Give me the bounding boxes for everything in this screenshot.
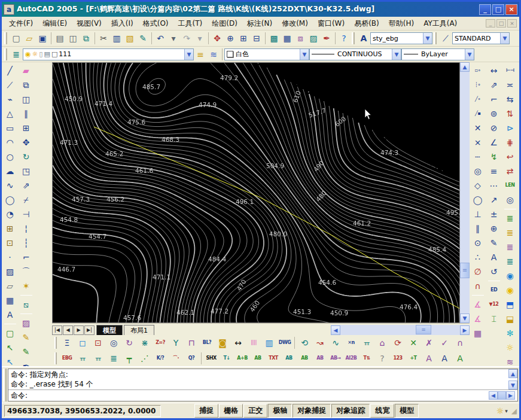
ebg-k-query-icon[interactable]: K/? bbox=[153, 352, 168, 365]
maximize-button[interactable]: □ bbox=[492, 4, 504, 15]
snap-intersection-icon[interactable]: ✕ bbox=[471, 121, 485, 135]
dim-continue-icon[interactable]: ⋯ bbox=[487, 178, 501, 193]
ebg-box-height-icon[interactable]: ◻ bbox=[75, 336, 90, 349]
select-similar-icon[interactable]: ↖ bbox=[3, 355, 17, 366]
snap-perpendicular-icon[interactable]: ⊥ bbox=[471, 207, 485, 221]
a-hatch-2-icon[interactable]: A bbox=[437, 352, 452, 365]
vertical-scrollbar[interactable]: ▲ ▼ bbox=[460, 62, 470, 323]
dim-tolerance-icon[interactable]: ± bbox=[487, 207, 501, 221]
tab-prev-button[interactable]: ◀ bbox=[63, 325, 73, 335]
dim-baseline-icon[interactable]: ≡ bbox=[487, 164, 501, 178]
tab-layout1[interactable]: 布局1 bbox=[124, 325, 154, 335]
snap-tangent-icon[interactable]: ◯ bbox=[471, 193, 485, 207]
make-object-layer-current-icon[interactable]: ≡ bbox=[194, 48, 207, 61]
dim-offset-ties-icon[interactable]: ⇆ bbox=[503, 92, 517, 106]
color-combo[interactable]: 白色 ▼ bbox=[224, 48, 309, 60]
command-window-grip[interactable] bbox=[3, 369, 7, 401]
stake-text-icon[interactable]: ⌶ bbox=[487, 312, 501, 326]
ebg-cross-icon[interactable]: ✗ bbox=[421, 336, 437, 349]
ebg-lock-dwg-icon[interactable]: DWG bbox=[277, 336, 293, 349]
quick-leader-icon[interactable]: ↗ bbox=[487, 193, 501, 207]
snap-node-icon[interactable]: ⊙ bbox=[471, 236, 485, 250]
ebg-piers-icon[interactable]: ╥╥ bbox=[359, 336, 374, 349]
ellipse-icon[interactable]: ◯ bbox=[3, 193, 17, 207]
redo-icon[interactable]: ↷ bbox=[180, 32, 193, 45]
multiline-text-icon[interactable]: A bbox=[3, 308, 17, 322]
layers-state-icon[interactable]: ≋ bbox=[503, 355, 517, 366]
communication-center-icon[interactable]: ☼ bbox=[496, 406, 504, 416]
layer-pick-icon[interactable]: ≣ bbox=[503, 240, 517, 254]
dim-angular-icon[interactable]: ∠ bbox=[487, 135, 501, 150]
toolbar-grip[interactable] bbox=[4, 48, 7, 60]
ebg-donut-icon[interactable]: ◎ bbox=[106, 336, 121, 349]
rotate-icon[interactable]: ↻ bbox=[19, 150, 33, 164]
mdi-restore-button[interactable]: □ bbox=[496, 19, 506, 28]
undo-icon[interactable]: ↶ bbox=[154, 32, 167, 45]
pan-realtime-icon[interactable]: ✥ bbox=[211, 32, 224, 45]
tab-first-button[interactable]: |◀ bbox=[52, 325, 62, 335]
layer-combo[interactable]: ◉☼▯▤□ 111 ▼ bbox=[23, 48, 194, 60]
bulb-blue-icon[interactable]: ◉ bbox=[503, 269, 517, 283]
dim-center-mark-icon[interactable]: ⊕ bbox=[487, 221, 501, 236]
ab-split-icon[interactable]: AB bbox=[250, 352, 266, 365]
layer-wand-icon[interactable]: ≣ bbox=[503, 254, 517, 269]
lineweight-combo[interactable]: ByLayer ▼ bbox=[401, 48, 474, 60]
ebg-box-scale-icon[interactable]: ⊡ bbox=[90, 336, 106, 349]
contour-map-canvas[interactable] bbox=[53, 63, 460, 323]
publish-icon[interactable]: ⧉ bbox=[80, 32, 93, 45]
ebg-red-curve-icon[interactable]: ↝ bbox=[312, 336, 328, 349]
menu-item-view[interactable]: 视图(V) bbox=[72, 17, 106, 30]
command-scroll-right-icon[interactable]: ▶ bbox=[506, 391, 515, 400]
dim-move-icon[interactable]: ⇄ bbox=[503, 164, 517, 178]
close-button[interactable]: × bbox=[505, 4, 517, 15]
edit-attribute-icon[interactable]: ✒ bbox=[19, 359, 33, 366]
insert-block-icon[interactable]: ⊞ bbox=[3, 221, 17, 236]
lock-layer-icon[interactable]: ⬒ bbox=[503, 297, 517, 312]
scroll-up-icon[interactable]: ▲ bbox=[460, 62, 470, 72]
quick-dimension-icon[interactable]: ↯ bbox=[487, 150, 501, 164]
copy-clip-icon[interactable]: ▥ bbox=[110, 32, 123, 45]
snap-from-icon[interactable]: ▫∘ bbox=[471, 63, 485, 78]
arc-icon[interactable]: ◠ bbox=[3, 135, 17, 150]
attach-ed-icon[interactable]: ED bbox=[487, 283, 501, 297]
command-scroll-down-icon[interactable]: ▼ bbox=[508, 381, 517, 389]
select-window-icon[interactable]: ▢ bbox=[3, 326, 17, 340]
snap-endpoint-icon[interactable]: ╱∘ bbox=[471, 92, 485, 106]
designcenter-icon[interactable]: ▦ bbox=[281, 32, 294, 45]
snap-apparent-intersection-icon[interactable]: ⨯ bbox=[471, 135, 485, 150]
ebg-xml-icon[interactable]: EBG bbox=[59, 352, 75, 365]
hatch-icon[interactable]: ▨ bbox=[3, 264, 17, 279]
dim-edit-icon[interactable]: ✎ bbox=[487, 236, 501, 250]
ab-copy-icon[interactable]: AB bbox=[297, 352, 312, 365]
zoom-previous-icon[interactable]: ⊟ bbox=[250, 32, 263, 45]
layer-properties-manager-icon[interactable]: ≣ bbox=[10, 48, 23, 61]
dim-style-combo[interactable]: STANDARD ▼ bbox=[452, 32, 510, 44]
status-toggle-osnap[interactable]: 对象捕捉 bbox=[293, 404, 331, 418]
snap-none-icon[interactable]: ∅ bbox=[471, 264, 485, 279]
ebg-wave-icon[interactable]: ∿ bbox=[328, 336, 343, 349]
ebg-arc-up-icon[interactable]: ∩ bbox=[452, 336, 468, 349]
command-scroll-up-icon[interactable]: ▲ bbox=[508, 369, 517, 378]
bulb-yellow-icon[interactable]: ◉ bbox=[503, 283, 517, 297]
dim-chain-icon[interactable]: ⊢⊣ bbox=[503, 63, 517, 78]
spline-icon[interactable]: ∿ bbox=[3, 178, 17, 193]
ab-style-icon[interactable]: AB bbox=[312, 352, 328, 365]
trim-icon[interactable]: ⌿ bbox=[19, 193, 33, 207]
text-updown-icon[interactable]: T⇅ bbox=[359, 352, 374, 365]
menu-item-format[interactable]: 格式(O) bbox=[138, 17, 173, 30]
polygon-icon[interactable]: △ bbox=[3, 106, 17, 121]
table-icon[interactable]: ▦ bbox=[3, 293, 17, 308]
menu-item-modify[interactable]: 修改(M) bbox=[277, 17, 313, 30]
menu-item-tools[interactable]: 工具(T) bbox=[173, 17, 208, 30]
command-prompt[interactable]: 命令: bbox=[11, 391, 28, 401]
scroll-left-icon[interactable]: ◀ bbox=[331, 325, 340, 335]
rectangle-icon[interactable]: ▭ bbox=[3, 121, 17, 135]
command-scroll-left-icon[interactable]: ◀ bbox=[489, 391, 498, 400]
status-toggle-otrack[interactable]: 对象追踪 bbox=[331, 404, 370, 418]
snap-nearest-icon[interactable]: ∴ bbox=[471, 250, 485, 264]
num-123-icon[interactable]: 123 bbox=[390, 352, 406, 365]
help-icon[interactable]: ? bbox=[337, 32, 351, 45]
menu-item-dimension[interactable]: 标注(N) bbox=[242, 17, 277, 30]
ebg-slope-x-icon[interactable]: ✕ bbox=[406, 336, 421, 349]
ab-merge-icon[interactable]: A+B bbox=[234, 352, 250, 365]
